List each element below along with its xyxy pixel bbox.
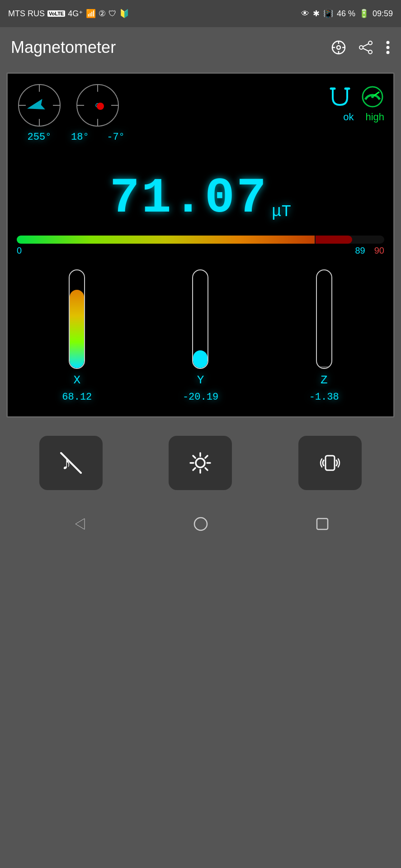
progress-bar-track [17,236,384,244]
svg-line-40 [205,468,208,470]
sim-icon: ② [99,9,106,19]
svg-point-11 [387,41,390,44]
battery-icon: 🔋 [359,9,369,19]
signal-icon: 📶 [86,9,96,19]
back-icon [71,516,87,532]
page-title: Magnetometer [11,38,116,57]
compass-tilt-svg [75,83,120,128]
music-off-button[interactable]: ♪ [39,436,103,490]
magnet-status-label: ok [343,111,354,123]
progress-area: 0 89 90 [17,236,384,256]
svg-point-8 [368,50,372,54]
battery-text: 46 % [337,9,355,19]
xyz-z-value: -1.38 [309,392,339,403]
svg-point-31 [371,95,374,98]
xyz-x-value: 68.12 [62,392,92,403]
more-menu-button[interactable] [386,40,390,55]
clock: 09:59 [373,9,393,19]
vibrate-icon: 📳 [323,9,333,19]
svg-rect-46 [317,519,328,529]
svg-point-1 [337,46,340,49]
xyz-z-fill [317,366,331,368]
svg-marker-44 [75,519,85,529]
target-button[interactable] [331,40,346,55]
nav-bar [0,504,401,544]
target-icon [331,40,346,55]
more-icon [386,40,390,55]
svg-line-10 [363,48,368,51]
recent-icon [314,516,330,532]
recent-button[interactable] [309,510,336,538]
xyz-x-item: X 68.12 [62,269,92,403]
xyz-z-bar [316,269,332,369]
progress-labels: 0 89 90 [17,244,384,256]
svg-marker-19 [26,99,45,114]
indicator-icons [328,85,384,108]
status-right: 👁 ✱ 📳 46 % 🔋 09:59 [301,9,393,19]
svg-point-34 [196,458,205,467]
gauge-status-label: high [365,111,384,123]
main-value: 71.07 [110,170,268,226]
settings-icon [188,450,213,476]
xyz-x-label: X [73,373,80,387]
svg-line-42 [193,468,195,470]
compass-row: 255° 18° [17,83,384,143]
eye-icon: 👁 [301,9,309,19]
xyz-x-fill [70,290,84,368]
share-icon [359,40,373,55]
svg-point-45 [194,518,207,530]
status-bar: MTS RUS VoLTE 4G⁺ 📶 ② 🛡 🔰 👁 ✱ 📳 46 % 🔋 0… [0,0,401,27]
main-unit: μT [272,203,291,221]
xyz-y-label: Y [197,373,204,387]
compass-tilt: 18° -7° [71,83,125,143]
progress-bar-red [316,236,352,244]
settings-button[interactable] [169,436,232,490]
home-icon [193,516,209,532]
big-reading-area: 71.07 μT [17,170,384,226]
xyz-y-bar [192,269,208,369]
share-button[interactable] [359,40,373,55]
compass1-degrees: 255° [28,132,52,143]
indicator-labels: ok high [343,111,384,123]
volte-badge: VoLTE [47,10,65,17]
bottom-toolbar: ♪ [0,422,401,504]
main-area: 255° 18° [0,68,401,422]
gauge-icon [361,85,384,108]
progress-label-right: 89 90 [355,245,385,256]
bluetooth-icon: ✱ [313,9,320,19]
svg-point-26 [97,103,104,110]
progress-label-89: 89 [355,245,365,256]
shield-icon: 🔰 [119,9,129,19]
progress-label-0: 0 [17,245,22,256]
home-button[interactable] [187,510,214,538]
svg-point-12 [387,46,390,49]
top-bar: Magnetometer [0,27,401,68]
progress-label-90: 90 [374,245,384,256]
vibrate-button[interactable] [298,436,362,490]
xyz-x-bar [69,269,85,369]
vibrate-icon [317,450,343,476]
back-button[interactable] [66,510,93,538]
svg-point-13 [387,51,390,54]
display-panel: 255° 18° [6,72,395,418]
network-type: 4G⁺ [68,9,83,19]
compass2-degrees: 18° -7° [71,132,125,143]
magnet-icon [328,85,352,108]
xyz-area: X 68.12 Y -20.19 Z -1.38 [17,269,384,403]
xyz-y-fill [193,350,208,368]
vpn-icon: 🛡 [109,9,117,19]
carrier-text: MTS RUS [8,9,45,19]
xyz-y-item: Y -20.19 [183,269,218,403]
compass-arrow-svg [17,83,62,128]
top-icons [331,40,390,55]
progress-bar-fill [17,236,315,244]
compass-left: 255° 18° [17,83,125,143]
status-indicators: ok high [328,83,384,123]
svg-line-41 [205,456,208,458]
svg-rect-43 [326,456,335,470]
music-off-icon: ♪ [58,450,84,476]
svg-line-9 [363,44,368,47]
compass-direction: 255° [17,83,62,143]
xyz-z-item: Z -1.38 [309,269,339,403]
xyz-y-value: -20.19 [183,392,218,403]
